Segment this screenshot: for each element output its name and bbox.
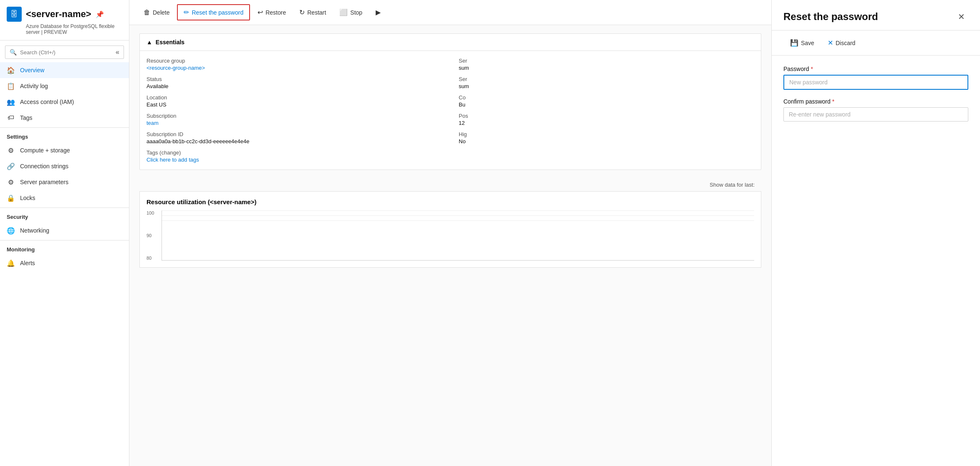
sidebar-item-label-locks: Locks <box>20 195 35 201</box>
server-name: <server-name> <box>26 9 91 20</box>
sidebar-item-activity-log[interactable]: 📋 Activity log <box>0 78 129 94</box>
essentials-section: ▲ Essentials Resource group <resource-gr… <box>139 33 761 170</box>
subscription-field: Subscription team <box>146 113 442 126</box>
essentials-title: Essentials <box>156 39 184 46</box>
col2-label1: Ser <box>459 58 754 64</box>
save-icon: 💾 <box>790 39 798 47</box>
pin-icon[interactable]: 📌 <box>96 10 104 18</box>
sidebar-item-locks[interactable]: 🔒 Locks <box>0 190 129 206</box>
delete-button[interactable]: 🗑 Delete <box>138 5 175 20</box>
stop-icon: ⬜ <box>339 8 348 16</box>
page-body: ▲ Essentials Resource group <resource-gr… <box>129 25 771 466</box>
col2-label4: Pos <box>459 113 754 119</box>
subscription-value[interactable]: team <box>146 120 442 126</box>
sidebar-item-overview[interactable]: 🏠 Overview <box>0 62 129 78</box>
col2-field3: Co Bu <box>459 94 754 108</box>
more-icon: ▶ <box>376 8 381 16</box>
server-icon: 🗄 <box>7 7 22 22</box>
essentials-header[interactable]: ▲ Essentials <box>140 34 761 51</box>
restart-label: Restart <box>307 9 326 16</box>
tags-icon: 🏷 <box>7 114 15 122</box>
panel-header: Reset the password ✕ <box>772 0 980 30</box>
save-label: Save <box>801 40 814 46</box>
gridline-80 <box>162 220 754 221</box>
close-panel-button[interactable]: ✕ <box>955 10 968 23</box>
discard-button[interactable]: ✕ Discard <box>821 35 862 50</box>
sidebar-item-label-overview: Overview <box>20 67 44 73</box>
col2-field1: Ser sum <box>459 58 754 71</box>
location-field: Location East US <box>146 94 442 108</box>
sidebar-item-label-alerts: Alerts <box>20 260 35 266</box>
col2-field5: Hig No <box>459 131 754 144</box>
search-icon: 🔍 <box>10 49 17 56</box>
search-input[interactable] <box>20 49 112 56</box>
required-star-password: * <box>811 66 813 72</box>
resource-utilization-section: Resource utilization (<server-name>) 100… <box>139 191 761 268</box>
restore-button[interactable]: ↩ Restore <box>252 5 292 20</box>
compute-storage-icon: ⚙ <box>7 146 15 154</box>
restore-icon: ↩ <box>258 8 263 16</box>
confirm-password-input[interactable] <box>783 107 968 122</box>
nav-items: 🏠 Overview 📋 Activity log 👥 Access contr… <box>0 59 129 274</box>
col2-val4: 12 <box>459 120 754 126</box>
reset-password-button[interactable]: ✏ Reset the password <box>177 4 250 20</box>
subscription-id-label: Subscription ID <box>146 131 442 137</box>
sidebar-item-label-activity-log: Activity log <box>20 83 48 89</box>
sidebar-item-compute-storage[interactable]: ⚙ Compute + storage <box>0 142 129 158</box>
locks-icon: 🔒 <box>7 194 15 202</box>
essentials-body: Resource group <resource-group-name> Ser… <box>140 51 761 170</box>
password-input[interactable] <box>783 75 968 90</box>
sidebar-item-connection-strings[interactable]: 🔗 Connection strings <box>0 158 129 174</box>
subscription-id-value: aaaa0a0a-bb1b-cc2c-dd3d-eeeeee4e4e4e <box>146 138 442 144</box>
chart-y-label-90: 90 <box>146 233 154 238</box>
status-label: Status <box>146 76 442 82</box>
server-parameters-icon: ⚙ <box>7 178 15 186</box>
security-section-label: Security <box>0 208 129 223</box>
access-control-icon: 👥 <box>7 98 15 106</box>
col2-label3: Co <box>459 94 754 101</box>
chart-y-labels: 100 90 80 <box>146 210 154 261</box>
location-label: Location <box>146 94 442 101</box>
server-title-row: 🗄 <server-name> 📌 <box>7 7 122 22</box>
panel-actions: 💾 Save ✕ Discard <box>772 30 980 56</box>
sidebar-item-tags[interactable]: 🏷 Tags <box>0 110 129 126</box>
resource-group-value[interactable]: <resource-group-name> <box>146 65 442 71</box>
required-star-confirm: * <box>832 98 834 105</box>
panel-title: Reset the password <box>783 11 878 23</box>
stop-button[interactable]: ⬜ Stop <box>333 5 368 20</box>
sidebar-item-label-tags: Tags <box>20 114 33 121</box>
tags-change-link[interactable]: (change) <box>159 149 181 156</box>
show-data-row: Show data for last: <box>139 178 761 191</box>
collapse-button[interactable]: « <box>116 48 119 56</box>
col2-label5: Hig <box>459 131 754 137</box>
more-button[interactable]: ▶ <box>370 5 386 20</box>
sidebar-item-label-access-control: Access control (IAM) <box>20 99 74 105</box>
reset-password-label: Reset the password <box>192 9 243 16</box>
settings-section-label: Settings <box>0 127 129 142</box>
gridline-100 <box>162 210 754 211</box>
sidebar-item-label-connection-strings: Connection strings <box>20 163 68 170</box>
sidebar-item-alerts[interactable]: 🔔 Alerts <box>0 255 129 271</box>
subscription-label: Subscription <box>146 113 442 119</box>
sidebar-item-server-parameters[interactable]: ⚙ Server parameters <box>0 174 129 190</box>
reset-password-icon: ✏ <box>184 8 189 16</box>
restart-button[interactable]: ↻ Restart <box>293 5 332 20</box>
networking-icon: 🌐 <box>7 226 15 235</box>
alerts-icon: 🔔 <box>7 259 15 267</box>
chart-y-label-100: 100 <box>146 210 154 215</box>
restore-label: Restore <box>265 9 286 16</box>
sidebar-item-networking[interactable]: 🌐 Networking <box>0 223 129 238</box>
resource-utilization-title: Resource utilization (<server-name>) <box>146 198 754 205</box>
save-button[interactable]: 💾 Save <box>783 35 821 50</box>
sidebar-item-access-control[interactable]: 👥 Access control (IAM) <box>0 94 129 110</box>
tags-add-link[interactable]: Click here to add tags <box>146 157 442 163</box>
tags-field: Tags (change) Click here to add tags <box>146 149 442 163</box>
chart-y-label-80: 80 <box>146 256 154 261</box>
chevron-up-icon: ▲ <box>146 39 152 46</box>
right-panel: Reset the password ✕ 💾 Save ✕ Discard Pa… <box>771 0 980 466</box>
gridline-90 <box>162 215 754 216</box>
stop-label: Stop <box>350 9 362 16</box>
sidebar-item-label-server-parameters: Server parameters <box>20 179 68 185</box>
resource-group-label: Resource group <box>146 58 442 64</box>
confirm-password-field: Confirm password * <box>783 98 968 122</box>
